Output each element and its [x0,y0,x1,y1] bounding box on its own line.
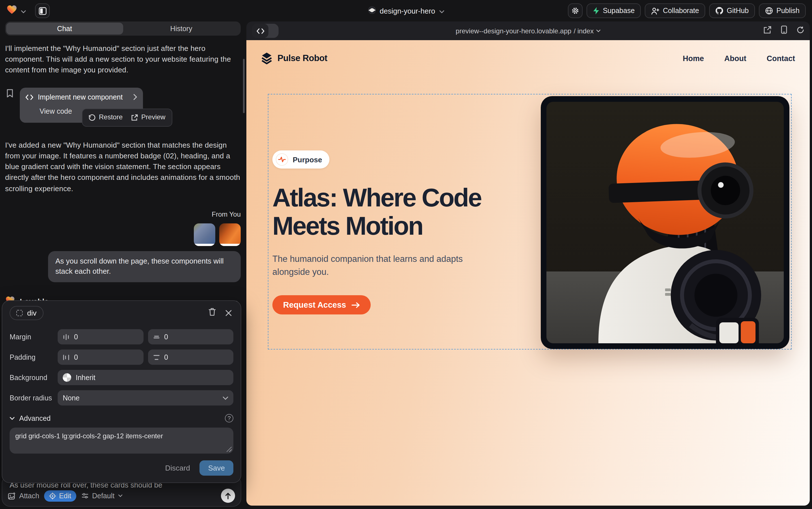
nav-contact[interactable]: Contact [767,54,795,63]
restore-preview-toolbar: Restore Preview [82,109,172,127]
pulse-icon [276,153,288,166]
hero-subtext: The humanoid companion that learns and a… [272,252,483,278]
margin-row: Margin 0 0 [2,329,241,344]
restore-icon [89,114,96,121]
discard-button[interactable]: Discard [165,464,190,472]
purpose-badge: Purpose [272,150,329,169]
nav-about[interactable]: About [725,54,746,63]
composer-controls: Attach Edit Default [8,489,235,503]
help-icon[interactable]: ? [225,414,233,422]
arrow-right-icon [351,302,360,308]
external-link-icon [131,114,138,121]
background-row: Background Inherit [2,370,241,385]
margin-y-input[interactable]: 0 [148,329,233,344]
padding-y-input[interactable]: 0 [148,349,233,365]
project-switcher[interactable]: design-your-hero [368,6,444,15]
restore-button[interactable]: Restore [89,112,123,123]
user-message-bubble: As you scroll down the page, these compo… [48,251,241,282]
inspector-footer: Discard Save [2,453,241,476]
refresh-button[interactable] [797,26,804,36]
top-bar-actions: Supabase Collaborate GitHub Publish [568,3,806,18]
margin-x-icon [63,333,70,340]
project-chevron-down-icon [439,6,444,15]
robot-image [546,102,784,343]
background-input[interactable]: Inherit [58,370,233,385]
padding-x-input[interactable]: 0 [58,349,143,365]
publish-button[interactable]: Publish [759,3,806,18]
top-bar-left [6,3,50,18]
crosshair-icon [49,492,56,499]
padding-row: Padding 0 0 [2,349,241,365]
attachment-thumbnails [5,223,241,246]
hero-robot-card [541,96,789,349]
site-preview: Pulse Robot Home About Contact Purpose [246,40,810,506]
close-inspector-button[interactable] [225,308,232,318]
github-button[interactable]: GitHub [709,3,755,18]
top-bar: design-your-hero Supabase Collaborate Gi… [0,0,812,22]
action-card-title: Implement new component [38,92,129,102]
selected-element-tag: div [27,309,36,317]
send-button[interactable] [221,489,235,503]
margin-x-input[interactable]: 0 [58,329,143,344]
chevron-down-icon [10,416,15,420]
tab-history[interactable]: History [123,23,239,34]
selected-element-chip[interactable]: div [10,306,43,320]
hero-heading: Atlas: Where Code Meets Motion [272,184,515,241]
logo-chevron-down-icon[interactable] [21,6,26,16]
dashed-box-icon [16,310,23,316]
send-arrow-icon [225,492,231,499]
supabase-button[interactable]: Supabase [587,3,641,18]
code-view-toggle[interactable] [252,24,279,38]
border-radius-label: Border radius [10,394,58,402]
collaborate-button[interactable]: Collaborate [645,3,705,18]
model-mode-select[interactable]: Default [81,492,122,500]
site-header: Pulse Robot Home About Contact [246,40,810,76]
site-brand[interactable]: Pulse Robot [261,52,327,65]
border-radius-select[interactable]: None [58,390,233,406]
delete-element-button[interactable] [209,308,216,318]
element-inspector-panel: div Margin 0 0 [2,300,241,483]
from-you-label: From You [5,210,241,220]
transparency-swatch-icon [63,373,71,382]
attachment-thumbnail-orange[interactable] [219,223,241,246]
tailwind-classes-textarea[interactable]: grid grid-cols-1 lg:grid-cols-2 gap-12 i… [10,428,233,453]
edit-mode-button[interactable]: Edit [44,490,76,501]
attachment-thumbnail-blue[interactable] [194,223,215,246]
preview-button[interactable]: Preview [131,112,165,123]
user-message-row: As you scroll down the page, these compo… [5,251,241,282]
settings-button[interactable] [568,3,583,18]
chevron-down-icon [596,29,600,32]
supabase-icon [593,7,599,15]
margin-label: Margin [10,333,58,341]
github-icon [715,7,723,15]
attach-button[interactable]: Attach [8,492,39,500]
chevron-down-icon [118,494,122,497]
lovable-logo-icon[interactable] [6,4,17,18]
attach-image-icon [8,492,16,500]
advanced-label: Advanced [19,414,50,422]
project-name: design-your-hero [380,6,435,15]
preview-toolbar: preview--design-your-hero.lovable.app / … [246,22,810,40]
nav-home[interactable]: Home [683,54,704,63]
open-in-new-tab-button[interactable] [764,26,771,36]
sliders-icon [81,493,89,499]
project-favicon-icon [368,6,376,15]
request-access-button[interactable]: Request Access [272,296,370,315]
padding-y-icon [153,354,160,361]
padding-label: Padding [10,353,58,361]
border-radius-row: Border radius None [2,390,241,406]
collaborate-icon [651,7,659,14]
preview-url[interactable]: preview--design-your-hero.lovable.app / … [456,27,600,35]
app-window: design-your-hero Supabase Collaborate Gi… [0,0,812,509]
save-button[interactable]: Save [200,461,233,476]
chat-history-tabs: Chat History [5,22,241,36]
advanced-section-toggle[interactable]: Advanced ? [2,414,241,422]
padding-x-icon [63,354,70,361]
sidebar-toggle-button[interactable] [35,3,50,18]
tab-chat[interactable]: Chat [6,23,123,34]
mobile-view-button[interactable] [781,26,787,36]
background-label: Background [10,374,58,381]
chevron-down-icon [223,396,228,400]
bookmark-icon[interactable] [6,89,15,123]
chat-scrollbar[interactable] [243,59,245,113]
